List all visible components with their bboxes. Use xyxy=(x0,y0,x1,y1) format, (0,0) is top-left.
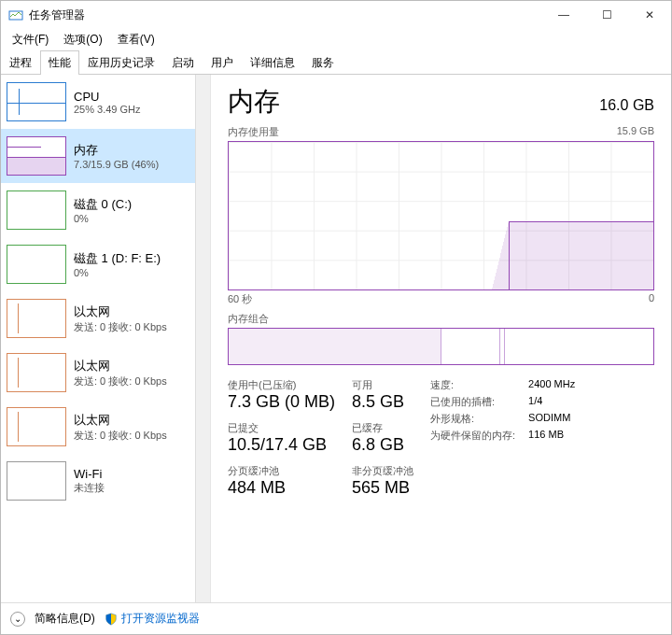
graph-name: 内存使用量 xyxy=(228,125,279,139)
open-resource-monitor-link[interactable]: 打开资源监视器 xyxy=(105,611,200,627)
menu-file[interactable]: 文件(F) xyxy=(5,30,56,49)
disk-thumb-icon xyxy=(7,190,66,230)
chevron-down-icon[interactable]: ⌄ xyxy=(10,612,25,627)
shield-icon xyxy=(105,613,118,626)
memory-usage-graph[interactable] xyxy=(228,141,654,290)
ethernet-thumb-icon xyxy=(7,299,66,338)
tab-strip: 进程 性能 应用历史记录 启动 用户 详细信息 服务 xyxy=(1,49,671,75)
sidebar-item-ethernet-1[interactable]: 以太网发送: 0 接收: 0 Kbps xyxy=(1,346,195,400)
ethernet-thumb-icon xyxy=(7,407,66,446)
sidebar-item-disk1[interactable]: 磁盘 1 (D: F: E:)0% xyxy=(1,237,195,291)
memory-specs: 速度:2400 MHz 已使用的插槽:1/4 外形规格:SODIMM 为硬件保留… xyxy=(430,378,575,498)
composition-label: 内存组合 xyxy=(228,312,269,326)
memory-composition-bar[interactable] xyxy=(228,328,654,365)
total-memory: 16.0 GB xyxy=(599,97,654,114)
memory-thumb-icon xyxy=(7,136,66,176)
task-manager-window: 任务管理器 — ☐ ✕ 文件(F) 选项(O) 查看(V) 进程 性能 应用历史… xyxy=(0,0,672,635)
axis-right: 0 xyxy=(649,292,654,306)
sidebar-item-ethernet-2[interactable]: 以太网发送: 0 接收: 0 Kbps xyxy=(1,400,195,454)
axis-left: 60 秒 xyxy=(228,292,252,306)
graph-max: 15.9 GB xyxy=(617,125,654,139)
wifi-thumb-icon xyxy=(7,461,66,501)
menu-options[interactable]: 选项(O) xyxy=(56,30,109,49)
tab-services[interactable]: 服务 xyxy=(303,50,343,75)
menubar: 文件(F) 选项(O) 查看(V) xyxy=(1,29,671,49)
maximize-button[interactable]: ☐ xyxy=(585,1,628,29)
sidebar-item-cpu[interactable]: CPU25% 3.49 GHz xyxy=(1,75,195,129)
performance-sidebar: CPU25% 3.49 GHz 内存7.3/15.9 GB (46%) 磁盘 0… xyxy=(1,75,211,602)
stats-grid: 使用中(已压缩)7.3 GB (0 MB) 已提交10.5/17.4 GB 分页… xyxy=(228,378,654,498)
sidebar-scrollbar[interactable] xyxy=(195,75,210,602)
page-title: 内存 xyxy=(228,84,280,120)
sidebar-item-ethernet-0[interactable]: 以太网发送: 0 接收: 0 Kbps xyxy=(1,291,195,346)
window-title: 任务管理器 xyxy=(29,7,542,23)
memory-detail: 内存 16.0 GB 内存使用量 15.9 GB 60 秒 0 内存组合 xyxy=(211,75,671,602)
main-area: CPU25% 3.49 GHz 内存7.3/15.9 GB (46%) 磁盘 0… xyxy=(1,75,671,602)
tab-performance[interactable]: 性能 xyxy=(40,50,79,75)
tab-users[interactable]: 用户 xyxy=(203,50,242,75)
fewer-details-button[interactable]: 简略信息(D) xyxy=(35,611,95,627)
titlebar[interactable]: 任务管理器 — ☐ ✕ xyxy=(1,1,671,29)
ethernet-thumb-icon xyxy=(7,353,66,392)
sidebar-item-memory[interactable]: 内存7.3/15.9 GB (46%) xyxy=(1,129,195,183)
close-button[interactable]: ✕ xyxy=(628,1,671,29)
app-icon xyxy=(8,7,23,22)
tab-app-history[interactable]: 应用历史记录 xyxy=(79,50,163,75)
sidebar-item-wifi[interactable]: Wi-Fi未连接 xyxy=(1,454,195,508)
tab-details[interactable]: 详细信息 xyxy=(242,50,303,75)
footer: ⌄ 简略信息(D) 打开资源监视器 xyxy=(1,602,671,634)
cpu-thumb-icon xyxy=(7,82,66,121)
tab-processes[interactable]: 进程 xyxy=(1,50,40,75)
menu-view[interactable]: 查看(V) xyxy=(110,30,162,49)
tab-startup[interactable]: 启动 xyxy=(163,50,203,75)
disk-thumb-icon xyxy=(7,245,66,284)
minimize-button[interactable]: — xyxy=(542,1,585,29)
sidebar-item-disk0[interactable]: 磁盘 0 (C:)0% xyxy=(1,183,195,237)
